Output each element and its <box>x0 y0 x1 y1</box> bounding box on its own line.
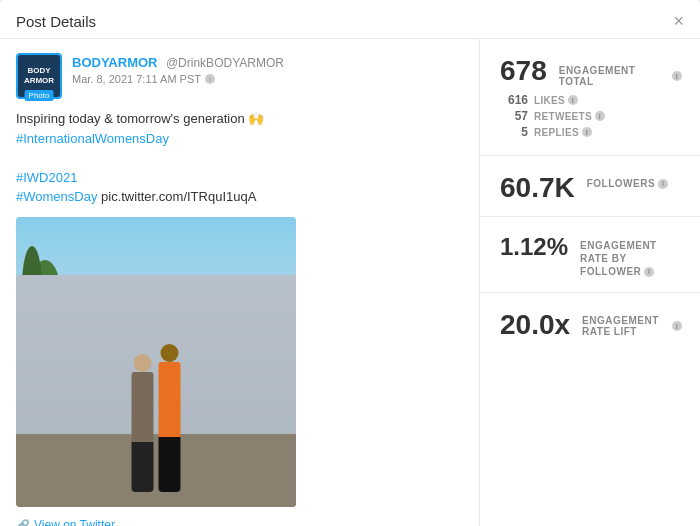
engagement-rate-lift-label: ENGAGEMENT RATE LIFT i <box>582 315 682 337</box>
close-button[interactable]: × <box>673 12 684 30</box>
figures <box>132 344 181 492</box>
body2 <box>159 362 181 437</box>
replies-label: REPLIES i <box>534 127 592 138</box>
replies-row: 5 REPLIES i <box>500 125 682 139</box>
legs1 <box>132 442 154 492</box>
brand-handle-row: BODYARMOR @DrinkBODYARMOR <box>72 53 284 71</box>
likes-row: 616 LIKES i <box>500 93 682 107</box>
brand-name: BODYARMOR <box>72 55 157 70</box>
followers-label: FOLLOWERS i <box>587 178 668 189</box>
post-image <box>16 217 296 507</box>
engagement-rate-follower-label-wrap: ENGAGEMENT RATE BY FOLLOWER i <box>580 239 682 278</box>
retweets-row: 57 RETWEETS i <box>500 109 682 123</box>
followers-value: 60.7K <box>500 174 575 202</box>
image-placeholder <box>16 217 296 507</box>
likes-value: 616 <box>500 93 528 107</box>
post-section: BODYARMOR Photo BODYARMOR @DrinkBODYARMO… <box>0 39 480 526</box>
engagement-rate-lift-row: 20.0x ENGAGEMENT RATE LIFT i <box>500 311 682 339</box>
replies-info-icon: i <box>582 127 592 137</box>
engagement-rate-follower-value: 1.12% <box>500 235 568 259</box>
avatar-area: BODYARMOR Photo <box>16 53 62 99</box>
engagement-rate-lift-value: 20.0x <box>500 311 570 339</box>
external-link-icon: 🔗 <box>16 519 30 527</box>
sub-stats: 616 LIKES i 57 RETWEETS i <box>500 93 682 139</box>
engagement-rate-follower-row: 1.12% ENGAGEMENT RATE BY FOLLOWER i <box>500 235 682 278</box>
retweets-value: 57 <box>500 109 528 123</box>
view-on-twitter-link[interactable]: 🔗 View on Twitter <box>16 518 115 526</box>
engagement-rate-follower-info-icon: i <box>644 267 654 277</box>
followers-row: 60.7K FOLLOWERS i <box>500 174 682 202</box>
engagement-rate-lift-info-icon: i <box>672 321 682 331</box>
body1 <box>132 372 154 442</box>
modal-title: Post Details <box>16 13 96 30</box>
engagement-total-block: 678 ENGAGEMENT TOTAL i 616 LIKES i <box>480 39 700 156</box>
head2 <box>161 344 179 362</box>
engagement-total-row: 678 ENGAGEMENT TOTAL i <box>500 57 682 87</box>
engagement-total-label: ENGAGEMENT TOTAL i <box>559 65 682 87</box>
followers-info-icon: i <box>658 179 668 189</box>
engagement-rate-follower-label2: FOLLOWER i <box>580 265 682 278</box>
engagement-rate-lift-block: 20.0x ENGAGEMENT RATE LIFT i <box>480 293 700 353</box>
date-info-icon: i <box>205 74 215 84</box>
post-header: BODYARMOR Photo BODYARMOR @DrinkBODYARMO… <box>16 53 463 99</box>
retweets-info-icon: i <box>595 111 605 121</box>
engagement-total-label-wrap: ENGAGEMENT TOTAL i <box>559 61 682 87</box>
stats-section: 678 ENGAGEMENT TOTAL i 616 LIKES i <box>480 39 700 526</box>
followers-block: 60.7K FOLLOWERS i <box>480 156 700 217</box>
engagement-rate-follower-label: ENGAGEMENT RATE BY <box>580 239 682 265</box>
figure1 <box>132 354 154 492</box>
legs2 <box>159 437 181 492</box>
hashtag3: #WomensDay <box>16 189 97 204</box>
hashtag2: #IWD2021 <box>16 170 77 185</box>
engagement-total-value: 678 <box>500 57 547 85</box>
post-link-text: pic.twitter.com/ITRquI1uqA <box>101 189 256 204</box>
twitter-handle: @DrinkBODYARMOR <box>166 56 284 70</box>
platform-badge: Photo <box>25 90 54 101</box>
replies-value: 5 <box>500 125 528 139</box>
likes-label: LIKES i <box>534 95 578 106</box>
modal-body: BODYARMOR Photo BODYARMOR @DrinkBODYARMO… <box>0 39 700 526</box>
brand-logo-text: BODYARMOR <box>24 66 54 85</box>
figure2 <box>159 344 181 492</box>
post-date-text: Mar. 8, 2021 7:11 AM PST <box>72 73 201 85</box>
post-details-modal: Post Details × BODYARMOR Photo BODYARMOR <box>0 0 700 526</box>
retweets-label: RETWEETS i <box>534 111 605 122</box>
engagement-total-info-icon: i <box>672 71 682 81</box>
post-date: Mar. 8, 2021 7:11 AM PST i <box>72 73 284 85</box>
view-link-text: View on Twitter <box>34 518 115 526</box>
hashtag1: #InternationalWomensDay <box>16 131 169 146</box>
head1 <box>134 354 152 372</box>
likes-info-icon: i <box>568 95 578 105</box>
engagement-rate-follower-block: 1.12% ENGAGEMENT RATE BY FOLLOWER i <box>480 217 700 293</box>
modal-header: Post Details × <box>0 0 700 39</box>
post-text-line1: Inspiring today & tomorrow's generation … <box>16 111 264 126</box>
post-text: Inspiring today & tomorrow's generation … <box>16 109 463 207</box>
post-meta: BODYARMOR @DrinkBODYARMOR Mar. 8, 2021 7… <box>72 53 284 85</box>
